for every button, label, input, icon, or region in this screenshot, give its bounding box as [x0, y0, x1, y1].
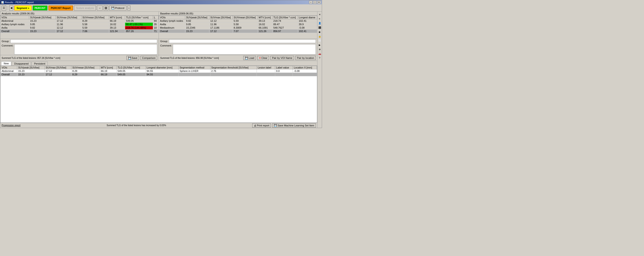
load-button[interactable]: 💾 Load: [243, 56, 256, 60]
cell-longest: 102.41: [298, 29, 317, 33]
percist-button[interactable]: PERCIST: [32, 5, 48, 10]
pair-voi-button[interactable]: Pair by VOI Name: [270, 56, 294, 60]
progression-report-link[interactable]: Progression report: [2, 124, 20, 127]
bcell-mtv: 66.19: [100, 73, 116, 76]
table-row-overall[interactable]: Overall 15.23 17.12 7.06 121.34 857.26 7…: [0, 29, 158, 33]
baseline-panel: Baseline results (2009.06.05): VOIs SUVp…: [159, 12, 317, 61]
menu-button[interactable]: ☰: [2, 5, 6, 10]
image-icon: 🖼: [105, 7, 107, 9]
cell-suvmax: 17.12: [209, 29, 233, 33]
clear-button[interactable]: ✕ Clear: [257, 56, 269, 60]
group-input[interactable]: [10, 39, 157, 43]
cell-mtv: 39.13: [258, 19, 272, 23]
tab-new-label: New: [4, 62, 9, 65]
toolbar-separator-1: [8, 6, 8, 10]
bcell-tlg: 549.05: [116, 73, 146, 76]
sidebar-icon-7[interactable]: ⬜: [318, 39, 322, 42]
summed-tlg-text: Summed TLG of the listed lesions: 857.26…: [2, 57, 60, 59]
cell-suvpeak: 9.85: [185, 23, 209, 26]
bcell-suvpeak: 15.23: [17, 69, 45, 73]
baseline-group-input[interactable]: [169, 39, 316, 43]
title-bar-controls: ─ □ ✕: [309, 1, 321, 4]
chevron-button[interactable]: ›: [128, 5, 130, 10]
sidebar-icon-5[interactable]: ◉: [318, 30, 322, 34]
baseline-bar-buttons: 💾 Load ✕ Clear Pair by VOI Name: [243, 56, 316, 60]
table-row[interactable]: Abdominal 15.23 17.12 8.29 66.19 549.05 …: [1, 69, 317, 73]
texture-analysis-button[interactable]: Texture analysis: [74, 5, 96, 10]
col-tlg: TLG [SUVbw * ccm]: [125, 16, 153, 19]
cell-suvmean: 7.07: [233, 29, 258, 33]
tab-persistent[interactable]: Persistent: [32, 62, 48, 65]
content-area: Analysis results (2009.06.05): VOIs SUVp…: [0, 12, 317, 128]
bottom-table-container[interactable]: VOIs SUVpeak [SUVbw] SUVmax [SUVbw] SUVm…: [0, 66, 317, 123]
save-ml-button[interactable]: 💾 Save Machine Learning Set Item: [272, 124, 316, 128]
sidebar-icon-6[interactable]: 🔒: [318, 34, 322, 38]
save-ml-icon: 💾: [274, 124, 277, 127]
minimize-button[interactable]: ─: [309, 1, 312, 4]
results-panels: Analysis results (2009.06.05): VOIs SUVp…: [0, 12, 317, 61]
comment-label: Comment:: [160, 44, 172, 47]
pair-location-button[interactable]: Pair by location: [296, 56, 316, 60]
percist-report-button[interactable]: PERCIST Report: [48, 5, 73, 10]
sidebar-icon-9[interactable]: ⊕: [318, 47, 322, 51]
comment-textarea[interactable]: [14, 44, 157, 54]
table-row[interactable]: Axillary lymph nodes 9.82 12.12 5.59 39.…: [159, 19, 317, 23]
cell-suvmean: 8.3009: [233, 26, 258, 29]
bcell-seg-threshold: 2.76: [210, 69, 256, 73]
cell-voi: Overall: [159, 29, 185, 33]
sidebar-icon-8[interactable]: ▶: [318, 43, 322, 47]
baseline-comment-row: Comment:: [159, 43, 317, 55]
save-ml-label: Save Machine Learning Set Item: [278, 124, 314, 127]
cell-voi: Overall: [0, 29, 29, 33]
print-report-button[interactable]: 🖨 Print report: [252, 124, 271, 128]
cell-suvpeak: 9.82: [185, 19, 209, 23]
comparison-label: Comparison: [142, 57, 156, 59]
segment-button[interactable]: Segment »: [14, 5, 32, 10]
col-mtv: MTV [ccm]: [109, 16, 125, 19]
baseline-header-row: VOIs SUVpeak [SUVbw] SUVmax [SUVbw] SUVm…: [159, 16, 317, 19]
bcol-location-x: Location X [mm]: [293, 66, 317, 69]
bcell-seg-method: [178, 73, 210, 76]
cell-suvpeak: 15.23: [29, 29, 56, 33]
comparison-button[interactable]: Comparison: [140, 56, 157, 60]
sidebar-close-icon[interactable]: ✕: [318, 12, 322, 16]
cell-suvpeak: 9.82: [29, 26, 56, 29]
protocol-button[interactable]: 💾 Protocol: [109, 5, 126, 10]
group-label: Group:: [160, 40, 168, 43]
save-button[interactable]: 💾 Save: [126, 56, 139, 60]
sidebar-icon-3[interactable]: 👤: [318, 21, 322, 25]
baseline-table-container[interactable]: VOIs SUVpeak [SUVbw] SUVmax [SUVbw] SUVm…: [159, 15, 317, 39]
cell-extra: 10: [153, 26, 158, 29]
bcol-lesion-label: Lesion label: [256, 66, 275, 69]
sidebar-icon-2[interactable]: R: [318, 17, 322, 21]
table-row[interactable]: Abdominal 15.23 17.12 8.29 66.19 549.05 …: [0, 19, 158, 23]
maximize-button[interactable]: □: [313, 1, 317, 4]
table-row[interactable]: Axilla 9.82 12.12 5.59 39.13 218.76 (144…: [0, 26, 158, 29]
table-row[interactable]: Mediastinum 15.2346 17.1186 8.3009 66.10…: [159, 26, 317, 29]
analysis-table-container[interactable]: VOIs SUVpeak [SUVbw] SUVmax [SUVbw] SUVm…: [0, 15, 158, 39]
toolbar: ☰ ◀ Segment » PERCIST PERCIST Report Tex…: [0, 4, 322, 12]
tabs-row: New Disappeared Persistent: [0, 61, 317, 65]
table-row[interactable]: Axilla 9.85 11.96 5.58 16.02 89.47 39.9: [159, 23, 317, 26]
col-suvpeak: SUVpeak [SUVbw]: [185, 16, 209, 19]
table-row[interactable]: Axillary lymph nodes 9.85 11.96 5.58 16.…: [0, 23, 158, 26]
sidebar-icon-10[interactable]: 🚗: [318, 52, 322, 55]
tab-disappeared[interactable]: Disappeared: [12, 62, 31, 65]
cell-extra: 35: [153, 23, 158, 26]
table-row-overall[interactable]: Overall 15.23 17.12 7.07 121.26 856.97 1…: [159, 29, 317, 33]
cell-suvpeak: 9.85: [29, 23, 56, 26]
tab-disappeared-label: Disappeared: [14, 62, 28, 65]
sidebar-help-icon[interactable]: ?: [318, 56, 322, 60]
baseline-comment-textarea[interactable]: [173, 44, 316, 54]
back-button[interactable]: ◀: [9, 5, 13, 10]
arrow-button[interactable]: ↔: [97, 5, 102, 10]
sidebar-icon-4[interactable]: ⬛: [318, 26, 322, 29]
table-row-overall[interactable]: Overall 15.23 17.12 8.29 66.19 549.05 94…: [1, 73, 317, 76]
cell-tlg: 857.26: [125, 29, 153, 33]
tab-new[interactable]: New: [1, 61, 11, 65]
image-button[interactable]: 🖼: [104, 5, 108, 10]
load-label: Load: [248, 57, 254, 59]
cell-suvmax: 17.1186: [209, 26, 233, 29]
close-button[interactable]: ✕: [317, 1, 321, 4]
analysis-summed-tlg-bar: Summed TLG of the listed lesions: 857.26…: [0, 55, 158, 61]
